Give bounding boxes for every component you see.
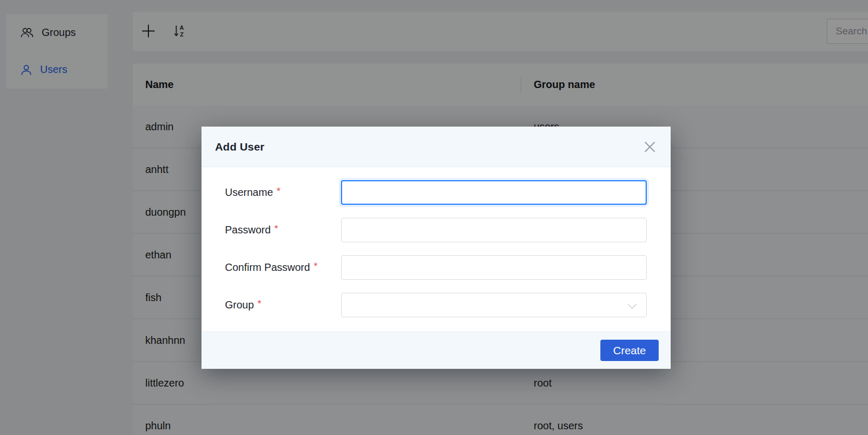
modal-header: Add User: [202, 127, 671, 167]
modal-body: Username* Password* Confirm Password* Gr…: [202, 167, 671, 331]
modal-footer: Create: [202, 331, 671, 369]
close-button[interactable]: [643, 140, 657, 154]
required-asterisk: *: [276, 185, 280, 196]
group-label: Group*: [225, 299, 341, 311]
modal-title: Add User: [215, 141, 265, 153]
username-input[interactable]: [341, 180, 647, 205]
required-asterisk: *: [258, 298, 261, 309]
create-button[interactable]: Create: [600, 340, 659, 361]
required-asterisk: *: [313, 260, 317, 271]
confirm-password-input[interactable]: [341, 255, 647, 280]
password-input[interactable]: [341, 218, 647, 242]
add-user-modal: Add User Username* Password* Confirm Pas…: [202, 127, 671, 367]
close-icon: [643, 140, 657, 154]
password-label: Password*: [225, 224, 341, 236]
chevron-down-icon: [628, 300, 637, 309]
confirm-password-label: Confirm Password*: [225, 262, 341, 274]
required-asterisk: *: [274, 223, 278, 234]
username-label: Username*: [225, 187, 341, 198]
group-select[interactable]: [341, 293, 647, 317]
